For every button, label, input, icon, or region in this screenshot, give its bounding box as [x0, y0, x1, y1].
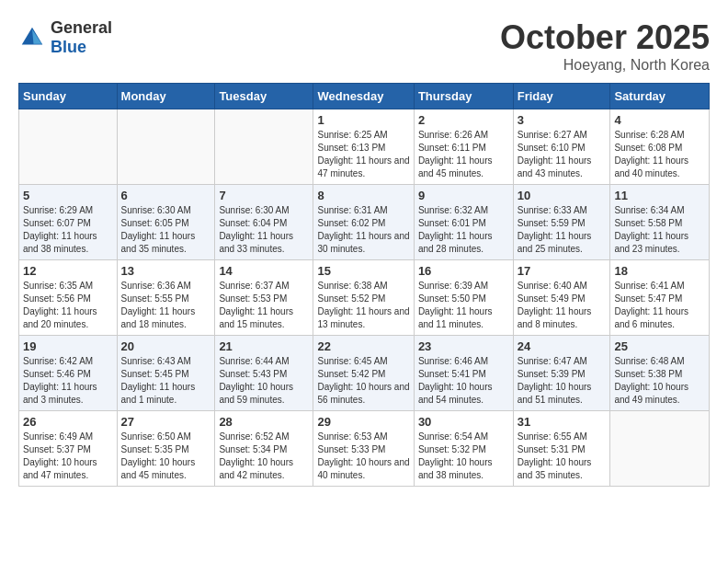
calendar-table: SundayMondayTuesdayWednesdayThursdayFrid… [18, 83, 710, 487]
day-info: Sunrise: 6:32 AM Sunset: 6:01 PM Dayligh… [418, 204, 509, 256]
calendar-day-cell: 19Sunrise: 6:42 AM Sunset: 5:46 PM Dayli… [19, 336, 118, 411]
day-number: 8 [317, 189, 409, 202]
day-info: Sunrise: 6:48 AM Sunset: 5:38 PM Dayligh… [614, 355, 705, 407]
calendar-day-cell: 18Sunrise: 6:41 AM Sunset: 5:47 PM Dayli… [610, 260, 710, 336]
day-number: 29 [317, 415, 409, 429]
day-number: 31 [518, 415, 607, 429]
day-number: 4 [614, 113, 705, 127]
calendar-header-row: SundayMondayTuesdayWednesdayThursdayFrid… [19, 84, 710, 109]
day-info: Sunrise: 6:41 AM Sunset: 5:47 PM Dayligh… [614, 280, 705, 331]
day-number: 17 [518, 264, 607, 278]
calendar-day-cell: 2Sunrise: 6:26 AM Sunset: 6:11 PM Daylig… [414, 109, 513, 185]
day-info: Sunrise: 6:45 AM Sunset: 5:42 PM Dayligh… [317, 355, 409, 407]
calendar-day-cell: 17Sunrise: 6:40 AM Sunset: 5:49 PM Dayli… [513, 260, 610, 336]
calendar-day-cell [610, 411, 710, 487]
day-number: 20 [121, 339, 211, 353]
day-number: 24 [518, 339, 607, 353]
day-info: Sunrise: 6:40 AM Sunset: 5:49 PM Dayligh… [518, 280, 607, 331]
calendar-day-cell: 25Sunrise: 6:48 AM Sunset: 5:38 PM Dayli… [610, 336, 710, 411]
day-info: Sunrise: 6:25 AM Sunset: 6:13 PM Dayligh… [317, 129, 409, 180]
day-info: Sunrise: 6:43 AM Sunset: 5:45 PM Dayligh… [121, 355, 211, 407]
calendar-day-cell: 26Sunrise: 6:49 AM Sunset: 5:37 PM Dayli… [19, 411, 118, 487]
calendar-day-cell: 28Sunrise: 6:52 AM Sunset: 5:34 PM Dayli… [215, 411, 313, 487]
calendar-week-row: 5Sunrise: 6:29 AM Sunset: 6:07 PM Daylig… [19, 185, 710, 260]
column-header-sunday: Sunday [19, 84, 118, 109]
day-number: 25 [614, 339, 705, 353]
calendar-day-cell: 20Sunrise: 6:43 AM Sunset: 5:45 PM Dayli… [117, 336, 215, 411]
calendar-day-cell: 23Sunrise: 6:46 AM Sunset: 5:41 PM Dayli… [414, 336, 513, 411]
day-info: Sunrise: 6:42 AM Sunset: 5:46 PM Dayligh… [23, 355, 113, 407]
day-number: 27 [121, 415, 211, 429]
day-number: 1 [317, 113, 409, 127]
day-number: 10 [518, 189, 607, 202]
calendar-day-cell: 16Sunrise: 6:39 AM Sunset: 5:50 PM Dayli… [414, 260, 513, 336]
title-block: October 2025 Hoeyang, North Korea [500, 18, 710, 74]
day-info: Sunrise: 6:39 AM Sunset: 5:50 PM Dayligh… [418, 280, 509, 331]
calendar-day-cell: 9Sunrise: 6:32 AM Sunset: 6:01 PM Daylig… [414, 185, 513, 260]
column-header-friday: Friday [513, 84, 610, 109]
day-number: 13 [121, 264, 211, 278]
column-header-tuesday: Tuesday [215, 84, 313, 109]
day-info: Sunrise: 6:27 AM Sunset: 6:10 PM Dayligh… [518, 129, 607, 180]
logo-text: General Blue [51, 18, 112, 57]
calendar-day-cell: 7Sunrise: 6:30 AM Sunset: 6:04 PM Daylig… [215, 185, 313, 260]
calendar-day-cell: 10Sunrise: 6:33 AM Sunset: 5:59 PM Dayli… [513, 185, 610, 260]
day-info: Sunrise: 6:52 AM Sunset: 5:34 PM Dayligh… [219, 431, 309, 482]
day-number: 7 [219, 189, 309, 202]
column-header-saturday: Saturday [610, 84, 710, 109]
calendar-day-cell: 15Sunrise: 6:38 AM Sunset: 5:52 PM Dayli… [313, 260, 414, 336]
day-number: 2 [418, 113, 509, 127]
month-title: October 2025 [500, 18, 710, 57]
day-number: 5 [23, 189, 113, 202]
calendar-day-cell: 31Sunrise: 6:55 AM Sunset: 5:31 PM Dayli… [513, 411, 610, 487]
calendar-week-row: 1Sunrise: 6:25 AM Sunset: 6:13 PM Daylig… [19, 109, 710, 185]
column-header-wednesday: Wednesday [313, 84, 414, 109]
day-number: 21 [219, 339, 309, 353]
day-number: 19 [23, 339, 113, 353]
calendar-day-cell: 21Sunrise: 6:44 AM Sunset: 5:43 PM Dayli… [215, 336, 313, 411]
calendar-day-cell: 6Sunrise: 6:30 AM Sunset: 6:05 PM Daylig… [117, 185, 215, 260]
day-number: 9 [418, 189, 509, 202]
day-info: Sunrise: 6:33 AM Sunset: 5:59 PM Dayligh… [518, 204, 607, 256]
day-info: Sunrise: 6:49 AM Sunset: 5:37 PM Dayligh… [23, 431, 113, 482]
day-info: Sunrise: 6:30 AM Sunset: 6:04 PM Dayligh… [219, 204, 309, 256]
day-number: 18 [614, 264, 705, 278]
calendar-day-cell: 4Sunrise: 6:28 AM Sunset: 6:08 PM Daylig… [610, 109, 710, 185]
day-info: Sunrise: 6:38 AM Sunset: 5:52 PM Dayligh… [317, 280, 409, 331]
calendar-day-cell: 8Sunrise: 6:31 AM Sunset: 6:02 PM Daylig… [313, 185, 414, 260]
calendar-day-cell: 14Sunrise: 6:37 AM Sunset: 5:53 PM Dayli… [215, 260, 313, 336]
day-info: Sunrise: 6:34 AM Sunset: 5:58 PM Dayligh… [614, 204, 705, 256]
calendar-week-row: 26Sunrise: 6:49 AM Sunset: 5:37 PM Dayli… [19, 411, 710, 487]
day-number: 15 [317, 264, 409, 278]
day-number: 11 [614, 189, 705, 202]
column-header-thursday: Thursday [414, 84, 513, 109]
day-number: 6 [121, 189, 211, 202]
day-info: Sunrise: 6:55 AM Sunset: 5:31 PM Dayligh… [518, 431, 607, 482]
day-number: 12 [23, 264, 113, 278]
calendar-day-cell [19, 109, 118, 185]
day-info: Sunrise: 6:31 AM Sunset: 6:02 PM Dayligh… [317, 204, 409, 256]
column-header-monday: Monday [117, 84, 215, 109]
logo-general: General [51, 18, 112, 38]
day-number: 16 [418, 264, 509, 278]
day-info: Sunrise: 6:29 AM Sunset: 6:07 PM Dayligh… [23, 204, 113, 256]
day-info: Sunrise: 6:26 AM Sunset: 6:11 PM Dayligh… [418, 129, 509, 180]
day-info: Sunrise: 6:50 AM Sunset: 5:35 PM Dayligh… [121, 431, 211, 482]
day-number: 14 [219, 264, 309, 278]
day-info: Sunrise: 6:46 AM Sunset: 5:41 PM Dayligh… [418, 355, 509, 407]
day-info: Sunrise: 6:37 AM Sunset: 5:53 PM Dayligh… [219, 280, 309, 331]
day-info: Sunrise: 6:47 AM Sunset: 5:39 PM Dayligh… [518, 355, 607, 407]
calendar-day-cell: 29Sunrise: 6:53 AM Sunset: 5:33 PM Dayli… [313, 411, 414, 487]
day-number: 23 [418, 339, 509, 353]
calendar-day-cell: 3Sunrise: 6:27 AM Sunset: 6:10 PM Daylig… [513, 109, 610, 185]
day-info: Sunrise: 6:36 AM Sunset: 5:55 PM Dayligh… [121, 280, 211, 331]
day-info: Sunrise: 6:28 AM Sunset: 6:08 PM Dayligh… [614, 129, 705, 180]
logo-icon [18, 24, 46, 52]
calendar-day-cell: 24Sunrise: 6:47 AM Sunset: 5:39 PM Dayli… [513, 336, 610, 411]
calendar-week-row: 19Sunrise: 6:42 AM Sunset: 5:46 PM Dayli… [19, 336, 710, 411]
calendar-day-cell: 1Sunrise: 6:25 AM Sunset: 6:13 PM Daylig… [313, 109, 414, 185]
day-info: Sunrise: 6:35 AM Sunset: 5:56 PM Dayligh… [23, 280, 113, 331]
day-info: Sunrise: 6:54 AM Sunset: 5:32 PM Dayligh… [418, 431, 509, 482]
calendar-day-cell: 5Sunrise: 6:29 AM Sunset: 6:07 PM Daylig… [19, 185, 118, 260]
calendar-week-row: 12Sunrise: 6:35 AM Sunset: 5:56 PM Dayli… [19, 260, 710, 336]
